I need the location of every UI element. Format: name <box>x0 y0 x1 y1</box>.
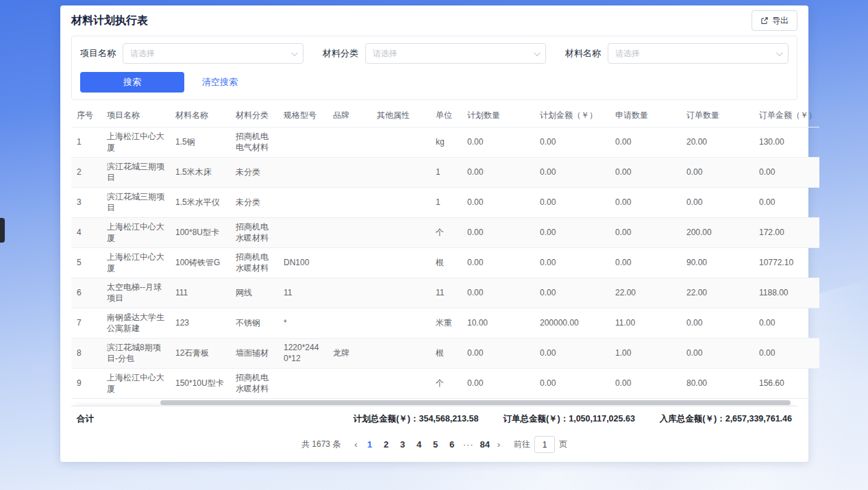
table-cell: 1188.00 <box>754 278 819 308</box>
project-name-select[interactable]: 请选择 <box>123 43 303 64</box>
project-name-label: 项目名称 <box>80 47 116 60</box>
page-list: 123456···84 <box>362 437 493 453</box>
table-cell <box>278 157 327 187</box>
page-button[interactable]: 2 <box>378 437 395 453</box>
table-cell: 0.00 <box>681 157 754 187</box>
table-cell: 个 <box>430 217 462 247</box>
table-cell <box>327 217 371 247</box>
export-button-label: 导出 <box>772 15 789 27</box>
table-cell: 1220*2440*12 <box>278 338 327 368</box>
table-cell <box>278 217 327 247</box>
table-cell: 1.5钢 <box>170 127 230 157</box>
table-cell: 1 <box>71 127 101 157</box>
table-cell: 滨江花城三期项目 <box>101 187 170 217</box>
table-cell: 130.00 <box>754 127 819 157</box>
horizontal-scrollbar[interactable] <box>160 400 791 405</box>
page-button[interactable]: 4 <box>411 437 427 453</box>
table-cell: 滨江花城三期项目 <box>101 157 170 187</box>
page-button[interactable]: 84 <box>477 437 493 453</box>
table-cell: 10.00 <box>462 308 534 338</box>
table-cell: 0.00 <box>534 127 610 157</box>
page-button[interactable]: 3 <box>395 437 411 453</box>
table-cell: 100*8U型卡 <box>170 217 230 247</box>
search-button[interactable]: 搜索 <box>80 72 184 93</box>
select-placeholder: 请选择 <box>615 48 640 60</box>
table-cell: 5 <box>71 247 101 278</box>
table-cell <box>371 157 430 187</box>
table-cell: 0.00 <box>610 217 681 247</box>
table-header-row: 序号项目名称材料名称材料分类规格型号品牌其他属性单位计划数量计划金额（￥）申请数… <box>71 104 819 127</box>
column-header: 计划数量 <box>462 104 534 127</box>
filter-group-category: 材料分类 请选择 <box>323 43 546 64</box>
table-cell: 0.00 <box>681 338 754 368</box>
column-header: 申请数量 <box>610 104 681 127</box>
filter-group-material: 材料名称 请选择 <box>565 43 789 64</box>
table-cell: 未分类 <box>230 157 278 187</box>
table-cell: 0.00 <box>462 217 534 247</box>
filter-actions: 搜索 清空搜索 <box>80 72 789 93</box>
table-cell: 未分类 <box>230 187 278 217</box>
table-cell: 12石膏板 <box>170 338 230 368</box>
table-cell: 0.00 <box>462 368 534 398</box>
table-cell: 123 <box>170 308 230 338</box>
page-button[interactable]: 5 <box>427 437 444 453</box>
table-cell: 0.00 <box>754 308 819 338</box>
table-cell: 0.00 <box>534 278 610 308</box>
export-button[interactable]: 导出 <box>752 10 797 31</box>
table-cell: 0.00 <box>681 187 754 217</box>
column-header: 单位 <box>430 104 462 127</box>
table-cell: 100铸铁管G <box>170 247 230 278</box>
table-cell: 0.00 <box>534 338 610 368</box>
table-cell: 0.00 <box>462 127 534 157</box>
summary-item: 订单总金额(￥)：1,050,117,025.63 <box>503 413 634 425</box>
table-cell <box>327 278 371 308</box>
page-button[interactable]: 6 <box>444 437 460 453</box>
material-category-select[interactable]: 请选择 <box>365 43 546 64</box>
table-cell: 0.00 <box>462 187 534 217</box>
table-cell: 7 <box>71 308 101 338</box>
table-cell: 上海松江中心大厦 <box>101 247 170 278</box>
goto-page: 前往 页 <box>514 436 567 453</box>
table-row: 8滨江花城8期项目-分包12石膏板墙面辅材1220*2440*12龙牌根0.00… <box>71 338 819 368</box>
table-cell: 8 <box>71 338 101 368</box>
material-name-select[interactable]: 请选择 <box>608 43 789 64</box>
page-ellipsis[interactable]: ··· <box>460 437 477 453</box>
table-row: 4上海松江中心大厦100*8U型卡招商机电水暖材料个0.000.000.0020… <box>71 217 819 247</box>
page-title: 材料计划执行表 <box>71 14 148 28</box>
table-cell <box>327 308 371 338</box>
material-plan-table: 序号项目名称材料名称材料分类规格型号品牌其他属性单位计划数量计划金额（￥）申请数… <box>71 104 819 399</box>
table-cell: 0.00 <box>534 217 610 247</box>
clear-search-button[interactable]: 清空搜索 <box>202 76 238 88</box>
table-cell: 根 <box>430 338 462 368</box>
chevron-right-icon[interactable]: › <box>493 439 504 450</box>
table-cell: 0.00 <box>610 187 681 217</box>
table-cell: 0.00 <box>754 338 819 368</box>
table-row: 1上海松江中心大厦1.5钢招商机电电气材料kg0.000.000.0020.00… <box>71 127 819 157</box>
table-cell: DN100 <box>278 247 327 278</box>
table-cell: 南钢盛达大学生公寓新建 <box>101 308 170 338</box>
table-cell: 米重 <box>430 308 462 338</box>
goto-page-input[interactable] <box>534 436 555 453</box>
table-cell <box>327 368 371 398</box>
drawer-handle[interactable] <box>0 218 5 243</box>
table-row: 2滨江花城三期项目1.5米木床未分类10.000.000.000.000.00 <box>71 157 819 187</box>
select-placeholder: 请选择 <box>130 48 155 60</box>
chevron-left-icon[interactable]: ‹ <box>350 439 361 450</box>
table-row: 5上海松江中心大厦100铸铁管G招商机电水暖材料DN100根0.000.000.… <box>71 247 819 278</box>
column-header: 其他属性 <box>371 104 430 127</box>
filter-group-project: 项目名称 请选择 <box>80 43 303 64</box>
table-cell: 1 <box>430 187 462 217</box>
summary-total-label: 合计 <box>77 413 94 425</box>
table-cell: 招商机电水暖材料 <box>230 217 278 247</box>
table-cell: 0.00 <box>610 368 681 398</box>
table-cell: 招商机电水暖材料 <box>230 368 278 398</box>
page-button[interactable]: 1 <box>362 437 378 453</box>
main-panel: 材料计划执行表 导出 项目名称 请选择 材料分类 <box>60 5 808 462</box>
table-cell: 0.00 <box>534 157 610 187</box>
table-cell <box>327 157 371 187</box>
table-cell: 22.00 <box>610 278 681 308</box>
chevron-down-icon <box>776 49 783 56</box>
table-cell: 150*10U型卡 <box>170 368 230 398</box>
table-cell: 3 <box>71 187 101 217</box>
table-cell <box>371 127 430 157</box>
